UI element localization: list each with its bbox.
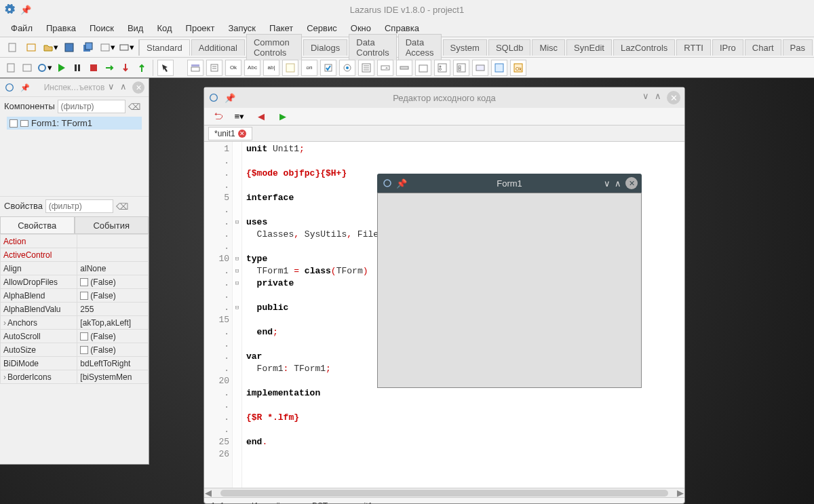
palette-combobox[interactable] <box>377 60 393 76</box>
view-forms-button[interactable] <box>20 60 34 76</box>
property-row[interactable]: ActiveControl <box>1 248 149 262</box>
property-row[interactable]: AllowDropFiles(False) <box>1 275 149 289</box>
maximize-icon[interactable]: ∧ <box>120 81 127 94</box>
build-mode-button[interactable]: ▾ <box>37 60 52 76</box>
step-over-button[interactable] <box>103 60 117 76</box>
pin-icon[interactable]: 📌 <box>20 83 30 92</box>
tab-dialogs[interactable]: Dialogs <box>303 39 347 56</box>
tab-data-access[interactable]: Data Access <box>398 34 442 60</box>
tab-events[interactable]: События <box>75 216 149 234</box>
fold-gutter[interactable]: ⊟⊟⊟⊟⊟ <box>233 142 242 488</box>
palette-memo[interactable] <box>282 60 298 76</box>
dropdown-button[interactable]: ≡▾ <box>231 109 248 125</box>
menu-edit[interactable]: Правка <box>41 22 81 35</box>
tab-additional[interactable]: Additional <box>191 39 245 56</box>
property-row[interactable]: AutoSize(False) <box>1 343 149 357</box>
property-row[interactable]: AlphaBlend(False) <box>1 289 149 303</box>
save-button[interactable] <box>61 39 77 56</box>
palette-actionlist[interactable]: Ok <box>510 60 526 76</box>
palette-frame[interactable] <box>491 60 507 76</box>
palette-togglebox[interactable]: on <box>301 60 317 76</box>
maximize-icon[interactable]: ∧ <box>615 178 621 189</box>
tab-rtti[interactable]: RTTI <box>676 39 711 56</box>
pin-icon[interactable]: 📌 <box>225 93 235 103</box>
scroll-left-icon[interactable]: ◀ <box>204 488 212 498</box>
pin-icon[interactable]: 📌 <box>396 178 407 189</box>
tab-sqldb[interactable]: SQLdb <box>488 39 530 56</box>
tab-synedit[interactable]: SynEdit <box>566 39 612 56</box>
filter-clear-button[interactable]: ⌫ <box>128 100 141 114</box>
tab-standard[interactable]: Standard <box>139 39 190 56</box>
filter-clear-button[interactable]: ⌫ <box>115 200 129 214</box>
tab-ipro[interactable]: IPro <box>712 39 743 56</box>
file-tab-unit1[interactable]: *unit1 ✕ <box>208 127 252 140</box>
property-row[interactable]: ›BorderIcons[biSystemMen <box>1 370 149 384</box>
palette-label[interactable]: Abc <box>244 60 260 76</box>
property-row[interactable]: AutoScroll(False) <box>1 330 149 343</box>
palette-scrollbar[interactable] <box>396 60 412 76</box>
form-design-surface[interactable] <box>377 193 642 388</box>
step-into-button[interactable] <box>119 60 133 76</box>
menu-help[interactable]: Справка <box>379 22 425 35</box>
view-units-button[interactable] <box>4 60 18 76</box>
palette-radiogroup[interactable] <box>434 60 450 76</box>
form-titlebar[interactable]: 📌 Form1 ∨ ∧ ✕ <box>377 174 642 193</box>
tab-common-controls[interactable]: Common Controls <box>246 34 302 60</box>
close-icon[interactable]: ✕ <box>625 177 638 189</box>
new-form-button[interactable] <box>23 39 39 56</box>
property-row[interactable]: AlignalNone <box>1 262 149 275</box>
close-icon[interactable]: ✕ <box>132 81 144 94</box>
property-row[interactable]: AlphaBlendValu255 <box>1 303 149 316</box>
pin-icon[interactable]: 📌 <box>20 5 31 15</box>
palette-checkbox[interactable] <box>320 60 336 76</box>
menu-search[interactable]: Поиск <box>84 22 119 35</box>
palette-panel[interactable] <box>472 60 488 76</box>
palette-checkgroup[interactable] <box>453 60 469 76</box>
nav-forward-button[interactable]: ▶ <box>275 109 291 125</box>
tab-system[interactable]: System <box>443 39 487 56</box>
palette-edit[interactable]: ab| <box>263 60 279 76</box>
menu-window[interactable]: Окно <box>345 22 376 35</box>
scrollbar-thumb[interactable] <box>220 490 668 497</box>
tab-lazcontrols[interactable]: LazControls <box>613 39 675 56</box>
jump-back-button[interactable]: ⮌ <box>210 109 226 125</box>
tree-item-form1[interactable]: Form1: TForm1 <box>7 117 142 130</box>
menu-code[interactable]: Код <box>151 22 177 35</box>
close-tab-icon[interactable]: ✕ <box>238 130 246 138</box>
menu-view[interactable]: Вид <box>122 22 149 35</box>
open-button[interactable]: ▾ <box>42 39 58 56</box>
nav-back-button[interactable]: ◀ <box>253 109 269 125</box>
stop-button[interactable] <box>87 60 100 76</box>
new-project-button[interactable]: ▾ <box>99 39 115 56</box>
property-row[interactable]: BiDiModebdLeftToRight <box>1 357 149 370</box>
inspector-titlebar[interactable]: 📌 Инспек…ъектов ∨ ∧ ✕ <box>0 79 149 96</box>
minimize-icon[interactable]: ∨ <box>604 178 610 189</box>
property-row[interactable]: Action <box>1 235 149 248</box>
palette-listbox[interactable] <box>358 60 374 76</box>
menu-run[interactable]: Запуск <box>222 22 261 35</box>
tab-properties[interactable]: Свойства <box>0 216 75 234</box>
tab-pascal[interactable]: Pas <box>783 39 813 56</box>
menu-package[interactable]: Пакет <box>264 22 298 35</box>
minimize-icon[interactable]: ∨ <box>642 91 649 104</box>
pause-button[interactable] <box>71 60 84 76</box>
horizontal-scrollbar[interactable]: ◀ ▶ <box>204 488 684 497</box>
components-filter-input[interactable] <box>58 100 125 113</box>
palette-groupbox[interactable] <box>415 60 431 76</box>
palette-popupmenu[interactable] <box>206 60 222 76</box>
menu-tools[interactable]: Сервис <box>301 22 343 35</box>
run-button[interactable] <box>55 60 69 76</box>
tab-chart[interactable]: Chart <box>745 39 781 56</box>
scroll-right-icon[interactable]: ▶ <box>676 488 684 498</box>
properties-filter-input[interactable] <box>45 199 113 213</box>
editor-titlebar[interactable]: 📌 Редактор исходного кода ∨ ∧ ✕ <box>204 88 684 108</box>
new-unit-button[interactable] <box>4 39 20 56</box>
main-titlebar[interactable]: 📌 Lazarus IDE v1.8.0 - project1 <box>0 0 814 19</box>
minimize-icon[interactable]: ∨ <box>108 81 115 94</box>
palette-mainmenu[interactable] <box>187 60 204 76</box>
close-icon[interactable]: ✕ <box>667 91 680 104</box>
palette-button[interactable]: Ok <box>225 60 241 76</box>
property-row[interactable]: ›Anchors[akTop,akLeft] <box>1 316 149 330</box>
palette-radiobutton[interactable] <box>339 60 355 76</box>
target-button[interactable]: ▾ <box>118 39 134 56</box>
